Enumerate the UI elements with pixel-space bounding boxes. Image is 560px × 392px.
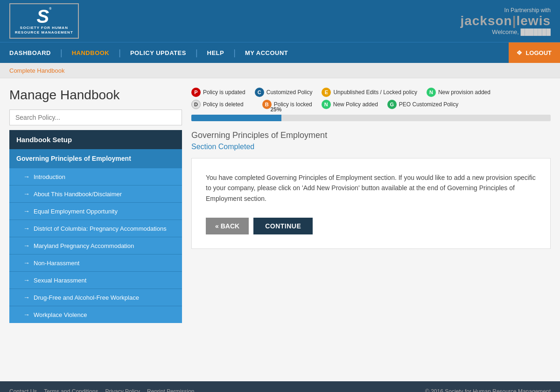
sidebar-item-drug-free[interactable]: → Drug-Free and Alcohol-Free Workplace [9,289,182,306]
logout-icon: ⎆ [517,48,522,57]
top-header: S ® SOCIETY FOR HUMAN RESOURCE MANAGEMEN… [0,0,560,42]
sidebar-item-eeo[interactable]: → Equal Employment Opportunity [9,202,182,220]
arrow-icon: → [23,259,30,267]
sidebar-item-label: Equal Employment Opportunity [34,208,118,215]
sidebar-item-label: District of Columbia: Pregnancy Accommod… [34,225,167,232]
nav-handbook[interactable]: HANDBOOK [63,42,119,63]
content-area: P Policy is updated C Customized Policy … [191,88,551,372]
arrow-icon: → [23,294,30,301]
registered-mark: ® [49,7,51,10]
logo-subtitle: SOCIETY FOR HUMAN RESOURCE MANAGEMENT [15,26,73,34]
page-title: Manage Handbook [9,88,182,103]
sidebar-item-label: Sexual Harassment [34,277,86,284]
footer-terms[interactable]: Terms and Conditions [44,388,98,392]
logout-button[interactable]: ⎆ LOGOUT [509,42,560,63]
sidebar-item-label: Drug-Free and Alcohol-Free Workplace [34,294,139,301]
nav-help[interactable]: HELP [198,42,234,63]
legend-item-n1: N New provision added [427,88,490,97]
progress-bar-fill [191,115,281,121]
nav-policy-updates[interactable]: POLICY UPDATES [121,42,196,63]
sidebar: Manage Handbook Handbook Setup Governing… [9,88,182,372]
legend-label-e: Unpublished Edits / Locked policy [333,89,417,96]
footer: Contact Us Terms and Conditions Privacy … [0,381,560,392]
footer-reprint[interactable]: Reprint Permission [147,388,194,392]
arrow-icon: → [23,207,30,215]
arrow-icon: → [23,242,30,249]
logout-label: LOGOUT [525,49,552,56]
main-container: Manage Handbook Handbook Setup Governing… [0,78,560,381]
sidebar-item-label: Introduction [34,173,65,180]
sidebar-item-about[interactable]: → About This Handbook/Disclaimer [9,185,182,202]
shrm-logo: S ® SOCIETY FOR HUMAN RESOURCE MANAGEMEN… [9,3,79,38]
completion-card: You have completed Governing Principles … [191,158,551,249]
footer-privacy[interactable]: Privacy Policy [105,388,140,392]
legend-item-p: P Policy is updated [191,88,245,97]
footer-copyright: © 2016 Society for Human Resource Manage… [425,388,551,392]
arrow-icon: → [23,190,30,198]
nav-my-account[interactable]: MY ACCOUNT [236,42,297,63]
section-completed: Section Completed [191,143,551,151]
badge-n1: N [427,88,436,97]
sidebar-item-label: About This Handbook/Disclaimer [34,191,122,198]
section-title: Governing Principles of Employment [191,131,551,140]
arrow-icon: → [23,173,30,180]
legend-label-d: Policy is deleted [203,101,244,108]
nav-bar: DASHBOARD | HANDBOOK | POLICY UPDATES | … [0,42,560,63]
search-input[interactable] [9,110,182,125]
legend-item-d: D Policy is deleted [191,100,244,109]
badge-c: C [255,88,264,97]
legend-item-b: B Policy is locked [262,100,312,109]
progress-container: 25% [191,115,551,121]
sidebar-item-label: Maryland Pregnancy Accommodation [34,242,134,249]
completion-text: You have completed Governing Principles … [206,172,536,204]
legend-item-n2: N New Policy added [322,100,378,109]
breadcrumb-link[interactable]: Complete Handbook [9,67,65,74]
progress-label: 25% [270,106,281,113]
jackson-lewis-logo: jackson|lewis [460,14,551,28]
sidebar-item-sexual-harassment[interactable]: → Sexual Harassment [9,271,182,289]
sidebar-category[interactable]: Governing Principles of Employment [9,149,182,168]
sidebar-item-label: Workplace Violence [34,311,87,318]
logo-area: S ® SOCIETY FOR HUMAN RESOURCE MANAGEMEN… [9,3,79,38]
legend-label-p: Policy is updated [203,89,245,96]
logo-s-letter: S [36,7,49,26]
partner-area: In Partnership with jackson|lewis Welcom… [460,7,551,35]
legend-item-c: C Customized Policy [255,88,313,97]
sidebar-section-header[interactable]: Handbook Setup [9,130,182,149]
breadcrumb: Complete Handbook [0,63,560,78]
partner-label: In Partnership with [504,7,551,14]
badge-d: D [191,100,201,109]
arrow-icon: → [23,225,30,232]
legend-item-e: E Unpublished Edits / Locked policy [322,88,417,97]
legend: P Policy is updated C Customized Policy … [191,88,551,109]
legend-label-n1: New provision added [438,89,490,96]
back-button[interactable]: « BACK [206,218,249,234]
badge-p: P [191,88,201,97]
badge-n2: N [322,100,331,109]
arrow-icon: → [23,276,30,284]
legend-label-n2: New Policy added [333,101,378,108]
badge-e: E [322,88,331,97]
sidebar-item-label: Non-Harassment [34,260,79,267]
legend-label-g: PEO Customized Policy [399,101,458,108]
sidebar-item-introduction[interactable]: → Introduction [9,168,182,185]
continue-button[interactable]: CONTINUE [253,218,313,234]
button-row: « BACK CONTINUE [206,218,536,234]
badge-g: G [387,100,397,109]
nav-dashboard[interactable]: DASHBOARD [0,42,60,63]
legend-label-c: Customized Policy [266,89,313,96]
sidebar-item-maryland-pregnancy[interactable]: → Maryland Pregnancy Accommodation [9,237,182,254]
footer-contact[interactable]: Contact Us [9,388,37,392]
progress-bar-bg [191,115,551,121]
footer-links: Contact Us Terms and Conditions Privacy … [9,388,201,392]
sidebar-item-workplace-violence[interactable]: → Workplace Violence [9,306,182,323]
sidebar-item-non-harassment[interactable]: → Non-Harassment [9,254,182,271]
legend-item-g: G PEO Customized Policy [387,100,458,109]
welcome-text: Welcome, ███████ [492,28,551,35]
sidebar-item-dc-pregnancy[interactable]: → District of Columbia: Pregnancy Accomm… [9,220,182,237]
arrow-icon: → [23,311,30,318]
